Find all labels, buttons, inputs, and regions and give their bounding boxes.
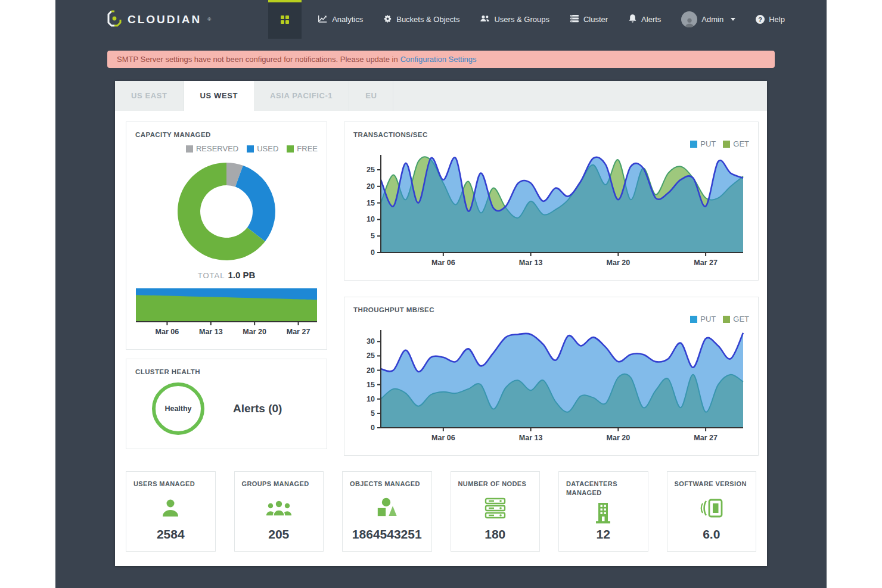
server-list-icon [570, 14, 579, 24]
banner-text: SMTP Server settings have not been confi… [117, 55, 398, 64]
tab-asia-pacific-1[interactable]: ASIA PACIFIC-1 [254, 81, 349, 111]
stat-value: 6.0 [675, 527, 749, 542]
svg-text:0: 0 [371, 248, 375, 257]
tab-eu[interactable]: EU [349, 81, 393, 111]
tab-us-east[interactable]: US EAST [115, 81, 184, 111]
legend-used: USED [247, 144, 278, 153]
groups-managed-card: GROUPS MANAGED 205 [234, 471, 324, 552]
svg-text:Mar 20: Mar 20 [243, 328, 266, 336]
used-swatch [247, 145, 254, 153]
nav-alerts[interactable]: Alerts [618, 0, 671, 39]
health-status-ring: Healthy [152, 382, 204, 435]
admin-label: Admin [701, 15, 723, 24]
svg-text:15: 15 [367, 381, 375, 389]
help-label: Help [769, 15, 785, 24]
nav-label: Buckets & Objects [396, 15, 459, 24]
nav-label: Alerts [641, 15, 661, 24]
throughput-legend: PUT GET [353, 315, 749, 323]
stat-title: USERS MANAGED [133, 480, 208, 489]
brand-trademark: ® [207, 17, 211, 22]
nav-dashboard[interactable] [268, 0, 302, 39]
put-swatch [690, 316, 697, 323]
configuration-settings-link[interactable]: Configuration Settings [400, 55, 477, 64]
svg-text:20: 20 [367, 182, 375, 191]
number-of-nodes-card: NUMBER OF NODES 180 [451, 471, 541, 552]
legend-reserved: RESERVED [186, 144, 238, 153]
svg-text:25: 25 [367, 166, 375, 174]
capacity-total: TOTAL1.0 PB [135, 270, 318, 281]
user-icon [133, 492, 208, 525]
panel-title: CAPACITY MANAGED [135, 131, 318, 138]
stat-title: SOFTWARE VERSION [675, 480, 749, 489]
stat-value: 1864543251 [350, 527, 424, 542]
stat-title: NUMBER OF NODES [458, 480, 533, 489]
svg-text:Mar 27: Mar 27 [287, 328, 310, 336]
get-swatch [723, 316, 730, 323]
cloudian-logo[interactable]: CLOUDIAN ® [107, 10, 211, 29]
app-window: CLOUDIAN ® [55, 0, 827, 588]
server-nodes-icon [458, 492, 533, 525]
svg-text:5: 5 [371, 409, 375, 418]
region-tabs: US EAST US WEST ASIA PACIFIC-1 EU [115, 81, 767, 111]
capacity-legend: RESERVED USED FREE [135, 144, 318, 153]
nav-help[interactable]: ? Help [746, 0, 795, 39]
nav-cluster[interactable]: Cluster [560, 0, 618, 39]
svg-text:Mar 13: Mar 13 [199, 328, 223, 336]
cluster-health-panel: CLUSTER HEALTH Healthy Alerts (0) [126, 359, 327, 449]
put-swatch [690, 141, 697, 148]
legend-put: PUT [690, 315, 716, 323]
smtp-warning-banner: SMTP Server settings have not been confi… [107, 51, 775, 68]
cloudian-hexagon-icon [107, 10, 122, 29]
stat-value: 180 [458, 527, 533, 542]
panel-title: CLUSTER HEALTH [135, 368, 318, 375]
reserved-swatch [186, 145, 193, 153]
nav-label: Cluster [583, 15, 608, 24]
stat-value: 12 [566, 527, 641, 542]
legend-free: FREE [287, 144, 318, 153]
tab-us-west[interactable]: US WEST [184, 81, 254, 111]
free-swatch [287, 145, 294, 153]
dashboard-body: CAPACITY MANAGED RESERVED USED [115, 111, 767, 566]
group-icon [242, 492, 316, 525]
svg-text:Mar 13: Mar 13 [519, 434, 543, 442]
throughput-panel: THROUGHPUT MB/SEC PUT GET 0510152025 [344, 297, 759, 456]
nav-label: Analytics [332, 15, 363, 24]
stat-value: 2584 [133, 527, 208, 542]
svg-text:30: 30 [367, 337, 375, 346]
svg-text:Mar 13: Mar 13 [519, 259, 543, 267]
nav-users-groups[interactable]: Users & Groups [470, 0, 559, 39]
svg-text:Mar 27: Mar 27 [694, 434, 718, 442]
dashboard-card: US EAST US WEST ASIA PACIFIC-1 EU CAPACI… [115, 81, 767, 566]
objects-managed-card: OBJECTS MANAGED 1864543251 [342, 471, 432, 552]
throughput-chart: 051015202530Mar 06Mar 13Mar 20Mar 27 [353, 327, 749, 446]
capacity-donut-chart [135, 161, 318, 262]
top-navbar: CLOUDIAN ® [55, 0, 827, 39]
transactions-chart: 0510152025Mar 06Mar 13Mar 20Mar 27 [353, 152, 749, 271]
software-version-card: SOFTWARE VERSION 6.0 [667, 471, 757, 552]
building-icon [566, 501, 641, 525]
capacity-managed-panel: CAPACITY MANAGED RESERVED USED [126, 122, 327, 350]
svg-text:25: 25 [367, 351, 375, 360]
panel-title: THROUGHPUT MB/SEC [353, 306, 749, 313]
svg-text:Mar 06: Mar 06 [431, 259, 455, 267]
nav-analytics[interactable]: Analytics [308, 0, 373, 39]
grid-icon [280, 15, 290, 26]
capacity-trend-chart: Mar 06Mar 13Mar 20Mar 27 [135, 288, 318, 340]
stat-title: GROUPS MANAGED [242, 480, 316, 489]
stat-value: 205 [242, 527, 316, 542]
transactions-legend: PUT GET [353, 139, 749, 148]
svg-text:10: 10 [367, 215, 375, 223]
nav-admin[interactable]: Admin [671, 0, 746, 39]
nav-label: Users & Groups [494, 15, 549, 24]
legend-get: GET [723, 139, 749, 148]
users-managed-card: USERS MANAGED 2584 [126, 471, 216, 552]
chevron-down-icon [731, 18, 735, 21]
svg-text:20: 20 [367, 366, 375, 375]
nav-buckets-objects[interactable]: Buckets & Objects [373, 0, 470, 39]
alerts-count: Alerts (0) [233, 402, 282, 415]
datacenters-managed-card: DATACENTERS MANAGED [558, 471, 648, 552]
svg-text:Mar 27: Mar 27 [694, 259, 718, 267]
brand-name: CLOUDIAN [128, 13, 201, 26]
svg-text:Mar 20: Mar 20 [607, 259, 631, 267]
svg-text:10: 10 [367, 395, 375, 403]
